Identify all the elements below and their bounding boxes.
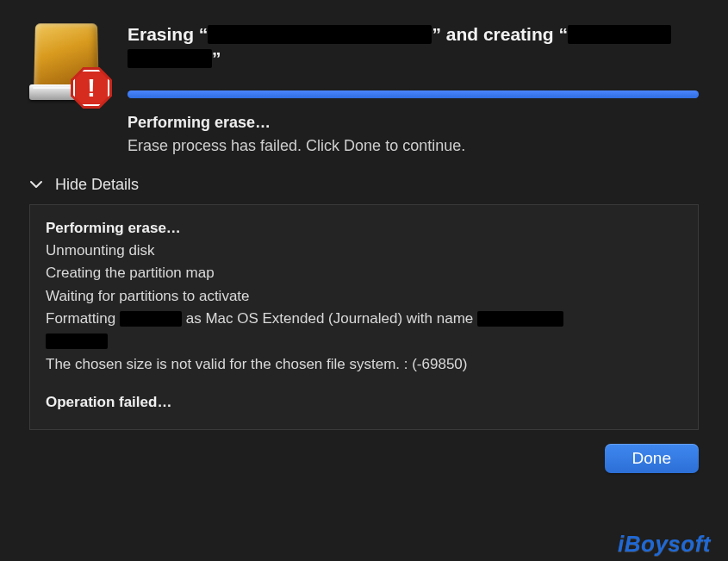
chevron-down-icon <box>29 178 43 191</box>
log-line: Performing erase… <box>46 217 682 240</box>
dialog-title: Erasing “” and creating “ ” <box>128 22 699 72</box>
log-line: Waiting for partitions to activate <box>46 285 682 308</box>
log-line <box>46 330 682 352</box>
details-toggle[interactable]: Hide Details <box>29 176 699 194</box>
progress-fill <box>128 90 699 98</box>
details-toggle-label: Hide Details <box>55 176 139 194</box>
dialog-header: ! Erasing “” and creating “ ” Performing… <box>29 21 699 155</box>
log-frag: Formatting <box>46 310 120 327</box>
status-heading: Performing erase… <box>128 114 699 132</box>
redacted-disk-id <box>120 311 182 327</box>
status-message: Erase process has failed. Click Done to … <box>128 137 699 155</box>
dialog-footer: Done <box>29 444 699 473</box>
log-line: Operation failed… <box>46 391 682 414</box>
disk-alert-icon: ! <box>29 21 105 107</box>
done-button[interactable]: Done <box>605 444 699 473</box>
log-line: The chosen size is not valid for the cho… <box>46 353 682 376</box>
title-mid: ” and creating “ <box>432 24 568 44</box>
redacted-source-name <box>208 25 432 44</box>
progress-bar <box>128 90 699 98</box>
details-log: Performing erase… Unmounting disk Creati… <box>29 204 699 431</box>
watermark: iBoysoft <box>618 531 711 558</box>
redacted-target-name-1 <box>568 25 671 44</box>
redacted-vol-name-2 <box>46 333 108 349</box>
header-text: Erasing “” and creating “ ” Performing e… <box>128 21 699 155</box>
log-line: Unmounting disk <box>46 240 682 262</box>
title-prefix: Erasing “ <box>128 24 208 44</box>
redacted-target-name-2 <box>128 49 212 68</box>
log-line: Formatting as Mac OS Extended (Journaled… <box>46 308 682 330</box>
title-suffix: ” <box>212 48 221 68</box>
redacted-vol-name-1 <box>477 311 563 327</box>
erase-dialog: ! Erasing “” and creating “ ” Performing… <box>0 0 728 490</box>
alert-badge-icon: ! <box>71 67 112 109</box>
log-line: Creating the partition map <box>46 262 682 284</box>
log-frag: as Mac OS Extended (Journaled) with name <box>182 310 477 327</box>
